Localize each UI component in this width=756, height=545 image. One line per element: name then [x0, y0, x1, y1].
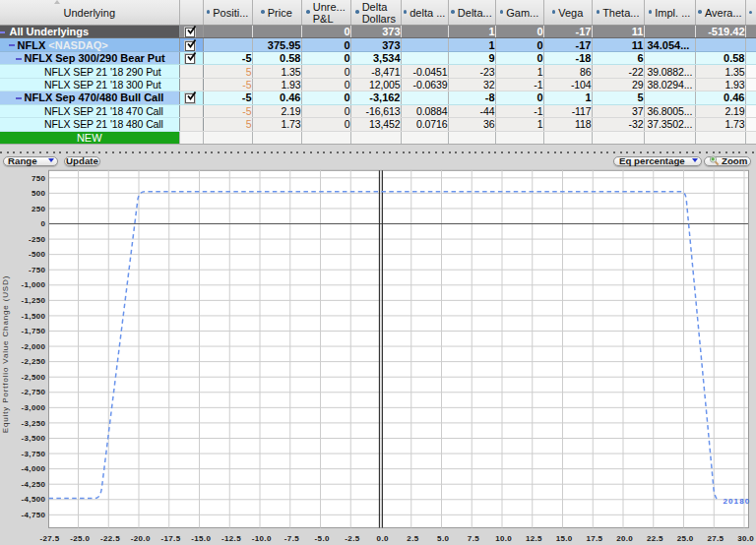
svg-text:-4,250: -4,250 [22, 480, 46, 489]
svg-text:27.5: 27.5 [707, 534, 724, 543]
svg-text:Equity Portfolio Value Change: Equity Portfolio Value Change (USD) [1, 275, 10, 433]
svg-text:-2.5: -2.5 [345, 534, 359, 543]
svg-text:7.5: 7.5 [468, 534, 479, 543]
svg-text:-1,000: -1,000 [22, 280, 46, 289]
svg-text:20180: 20180 [724, 497, 751, 506]
svg-text:-4,750: -4,750 [22, 511, 46, 519]
svg-text:-500: -500 [29, 250, 46, 259]
svg-text:-25.0: -25.0 [70, 534, 90, 543]
svg-text:12.5: 12.5 [526, 534, 542, 543]
svg-text:-10.0: -10.0 [252, 534, 272, 543]
svg-text:-20.0: -20.0 [131, 534, 151, 543]
svg-text:250: 250 [32, 205, 46, 213]
svg-text:15.0: 15.0 [556, 534, 573, 543]
svg-text:-27.5: -27.5 [39, 534, 59, 543]
svg-text:-2,250: -2,250 [22, 357, 46, 366]
svg-text:-22.5: -22.5 [100, 534, 120, 543]
svg-text:30.0: 30.0 [737, 534, 754, 543]
svg-text:-12.5: -12.5 [221, 534, 241, 543]
svg-text:-2,750: -2,750 [22, 388, 46, 396]
svg-text:-1,750: -1,750 [22, 327, 46, 335]
svg-text:22.5: 22.5 [647, 534, 663, 543]
svg-text:-3,750: -3,750 [22, 450, 46, 458]
svg-text:10.0: 10.0 [495, 534, 512, 543]
svg-text:-4,000: -4,000 [22, 464, 46, 473]
svg-text:-1,500: -1,500 [22, 312, 46, 321]
svg-text:5.0: 5.0 [437, 534, 449, 543]
svg-text:-3,500: -3,500 [22, 434, 46, 443]
svg-text:-3,250: -3,250 [22, 419, 46, 428]
svg-text:-2,000: -2,000 [22, 342, 46, 351]
svg-text:-15.0: -15.0 [191, 534, 211, 543]
svg-text:-7.5: -7.5 [284, 534, 299, 543]
svg-text:2.5: 2.5 [407, 534, 418, 543]
svg-text:750: 750 [32, 174, 46, 183]
svg-text:-17.5: -17.5 [160, 534, 180, 543]
svg-text:-4,500: -4,500 [22, 495, 46, 504]
svg-text:-5.0: -5.0 [315, 534, 330, 543]
svg-text:-1,250: -1,250 [22, 296, 46, 305]
svg-text:17.5: 17.5 [586, 534, 602, 543]
svg-text:-750: -750 [29, 266, 46, 274]
svg-text:0.0: 0.0 [377, 534, 389, 543]
svg-text:-3,000: -3,000 [22, 403, 46, 412]
svg-text:25.0: 25.0 [677, 534, 694, 543]
svg-text:-2,500: -2,500 [22, 373, 46, 382]
svg-text:-250: -250 [29, 235, 46, 244]
svg-text:500: 500 [32, 189, 46, 198]
svg-text:0: 0 [40, 219, 45, 228]
svg-text:20.0: 20.0 [616, 534, 633, 543]
